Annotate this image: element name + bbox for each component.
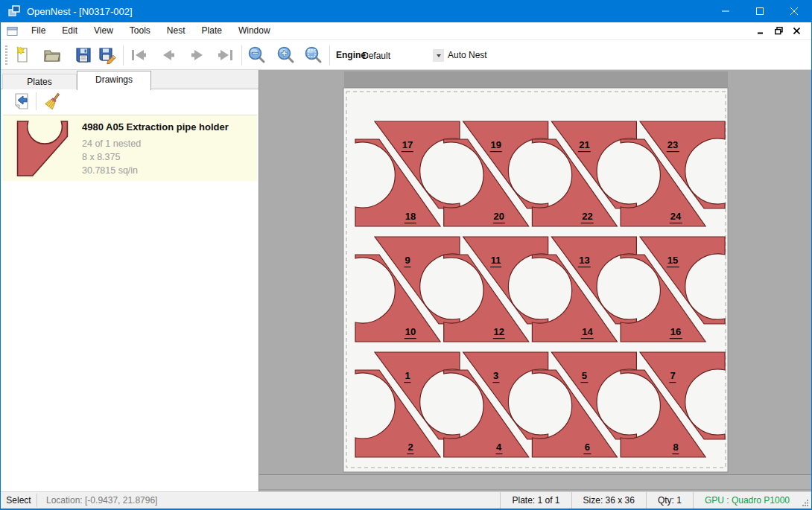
mdi-close-button[interactable] [787, 24, 805, 39]
save-button[interactable] [72, 44, 95, 66]
save-as-icon [98, 45, 117, 65]
part-number-7: 7 [669, 371, 676, 383]
mdi-restore-button[interactable] [770, 24, 787, 39]
new-button[interactable] [11, 44, 34, 66]
last-plate-button[interactable] [215, 44, 237, 66]
part-number-11: 11 [490, 255, 502, 267]
status-right-cells: Plate: 1 of 1Size: 36 x 36Qty: 1GPU : Qu… [500, 492, 801, 509]
send-to-drawing-icon [12, 92, 31, 111]
menu-file[interactable]: File [23, 22, 54, 39]
engine-dropdown-button[interactable] [433, 49, 444, 62]
save-as-button[interactable] [96, 44, 118, 66]
resize-grip[interactable] [801, 492, 811, 509]
part-number-12: 12 [492, 327, 504, 339]
menu-items: FileEditViewToolsNestPlateWindow [23, 22, 752, 39]
part-number-17: 17 [402, 140, 413, 152]
plate-shadow [344, 71, 728, 88]
part-number-20: 20 [492, 211, 504, 223]
drawings-toolbar [1, 89, 258, 113]
drawing-nested-count: 24 of 1 nested [82, 138, 141, 149]
send-to-drawing-button[interactable] [11, 91, 32, 112]
zoom-out-button[interactable] [246, 44, 268, 66]
part-number-14: 14 [581, 327, 593, 339]
status-cell: Size: 36 x 36 [571, 492, 646, 509]
toolbar-separator [123, 45, 124, 66]
zoom-fit-icon [304, 45, 323, 65]
drawing-area: 30.7815 sq/in [82, 165, 138, 176]
menu-nest[interactable]: Nest [159, 22, 194, 39]
toolbar-separator [241, 45, 242, 66]
clean-button[interactable] [42, 91, 63, 112]
part-number-16: 16 [670, 327, 682, 339]
main-area: Plates Drawings [1, 70, 812, 491]
part-number-9: 9 [404, 255, 410, 267]
auto-nest-button[interactable]: Auto Nest [448, 40, 487, 70]
part-number-8: 8 [672, 442, 679, 454]
part-number-19: 19 [489, 140, 501, 152]
first-plate-button[interactable] [127, 44, 150, 66]
zoom-out-icon [247, 45, 267, 65]
window-title: OpenNest - [N0317-002] [27, 6, 708, 17]
menu-edit[interactable]: Edit [54, 22, 86, 39]
mdi-window-controls [752, 24, 805, 39]
part-number-23: 23 [667, 140, 679, 152]
status-spacer [166, 492, 500, 509]
close-button[interactable] [777, 0, 811, 22]
previous-plate-button[interactable] [157, 44, 180, 66]
menu-window[interactable]: Window [230, 22, 279, 39]
part-number-6: 6 [584, 442, 591, 454]
toolbar-grip[interactable] [5, 45, 7, 66]
go-next-icon [188, 45, 207, 65]
minimize-button[interactable] [708, 0, 743, 22]
go-last-icon [216, 45, 235, 65]
opennest-window: OpenNest - [N0317-002] FileEditViewTools… [0, 0, 812, 510]
tab-drawings[interactable]: Drawings [77, 71, 151, 90]
drawing-list-item[interactable]: 4980 A05 Extraction pipe holder 24 of 1 … [3, 115, 257, 181]
new-document-icon [13, 45, 32, 65]
toolbar-separator [329, 45, 330, 66]
menu-tools[interactable]: Tools [121, 22, 159, 39]
part-number-2: 2 [407, 442, 413, 454]
part-number-10: 10 [405, 327, 416, 339]
tab-plates[interactable]: Plates [2, 74, 77, 89]
open-button[interactable] [41, 44, 63, 66]
status-location: Location: [-0.9437, 21.8796] [37, 492, 166, 509]
part-thumbnail [15, 121, 72, 181]
tabstrip: Plates Drawings [1, 70, 258, 89]
next-plate-button[interactable] [186, 44, 209, 66]
zoom-in-button[interactable] [275, 44, 297, 66]
mdi-minimize-button[interactable] [752, 24, 770, 39]
go-first-icon [129, 45, 148, 65]
left-panel: Plates Drawings [1, 70, 259, 491]
status-cell: Qty: 1 [646, 492, 693, 509]
open-folder-icon [42, 45, 62, 65]
toolbar-separator [36, 92, 37, 110]
save-icon [74, 45, 93, 65]
engine-combobox[interactable]: Default [361, 48, 444, 63]
nest-canvas[interactable]: 171921231820222491113151012141613572468 [259, 70, 812, 491]
app-icon [7, 4, 21, 18]
document-window-icon [7, 25, 19, 37]
part-number-1: 1 [404, 371, 410, 383]
zoom-fit-button[interactable] [302, 44, 325, 66]
status-mode: Select [1, 492, 37, 509]
clean-icon [43, 92, 63, 111]
menubar: FileEditViewToolsNestPlateWindow [1, 22, 811, 39]
zoom-in-icon [276, 45, 296, 65]
menu-view[interactable]: View [86, 22, 121, 39]
drawing-title: 4980 A05 Extraction pipe holder [82, 121, 229, 133]
horizontal-scrollbar[interactable] [259, 474, 812, 490]
titlebar: OpenNest - [N0317-002] [1, 0, 811, 22]
part-number-13: 13 [578, 255, 590, 267]
menu-plate[interactable]: Plate [194, 22, 230, 39]
status-cell: Plate: 1 of 1 [500, 492, 571, 509]
maximize-button[interactable] [743, 0, 777, 22]
chevron-down-icon [437, 54, 441, 57]
part-number-18: 18 [405, 211, 416, 223]
go-previous-icon [159, 45, 178, 65]
status-cell: GPU : Quadro P1000 [693, 492, 801, 509]
part-number-15: 15 [667, 255, 679, 267]
main-toolbar: Engine: Default Auto Nest [1, 39, 811, 70]
part-number-24: 24 [670, 211, 682, 223]
part-number-21: 21 [578, 140, 590, 152]
